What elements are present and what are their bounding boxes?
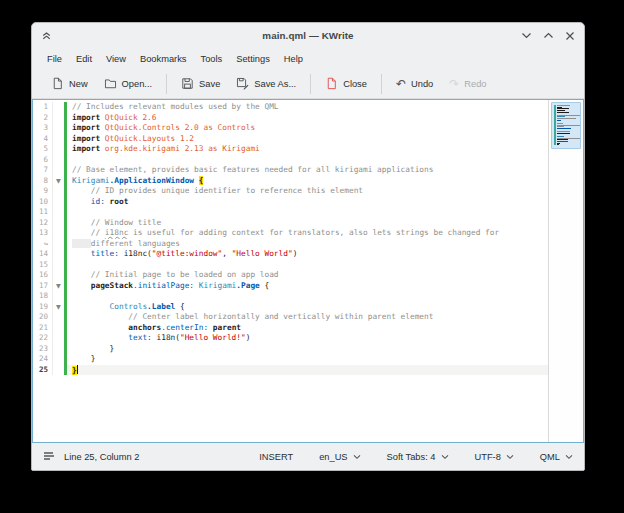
code-line[interactable]: 10 id: root [33, 197, 548, 208]
code-text: title: i18nc("@title:window", "Hello Wor… [67, 249, 548, 260]
close-window-button[interactable] [565, 31, 575, 41]
code-token: different languages [91, 239, 180, 248]
code-line[interactable]: 22 text: i18n("Hello World!") [33, 333, 548, 344]
menu-help[interactable]: Help [277, 51, 310, 67]
menu-tools[interactable]: Tools [194, 51, 230, 67]
code-line[interactable]: 5import org.kde.kirigami 2.13 as Kirigam… [33, 144, 548, 155]
fold-column [53, 113, 64, 124]
code-line[interactable]: 6 [33, 155, 548, 166]
code-line[interactable]: 24 } [33, 354, 548, 365]
dictionary-button[interactable]: en_US [319, 448, 360, 466]
code-line[interactable]: 15 [33, 260, 548, 271]
titlebar[interactable]: main.qml — KWrite [32, 23, 584, 48]
line-number: 19 [33, 302, 53, 313]
code-token: ) [246, 333, 251, 342]
code-token: i18nc [105, 228, 128, 237]
code-text [67, 291, 548, 302]
code-line[interactable]: 1// Includes relevant modules used by th… [33, 102, 548, 113]
fold-marker-icon[interactable]: ▼ [53, 302, 64, 313]
redo-icon: ↷ [449, 78, 459, 90]
menu-bookmarks[interactable]: Bookmarks [133, 51, 194, 67]
code-line[interactable]: 18 [33, 291, 548, 302]
new-button[interactable]: New [43, 73, 96, 94]
chevron-down-icon [353, 454, 361, 460]
code-line[interactable]: 23 } [33, 344, 548, 355]
code-line[interactable]: 2import QtQuick 2.6 [33, 113, 548, 124]
toolbar-button-label: Close [343, 79, 367, 89]
code-line[interactable]: 4import QtQuick.Layouts 1.2 [33, 134, 548, 145]
chevron-down-icon [441, 454, 449, 460]
insert-mode-button[interactable]: INSERT [259, 448, 293, 466]
code-text [67, 207, 548, 218]
statusbar-item-label: UTF-8 [475, 452, 501, 462]
code-line[interactable]: 8▼Kirigami.ApplicationWindow { [33, 176, 548, 187]
code-line[interactable]: 20 // Center label horizontally and vert… [33, 312, 548, 323]
encoding-button[interactable]: UTF-8 [475, 448, 514, 466]
line-wrap-indicator: ↪ [33, 239, 53, 250]
statusbar-item-label: en_US [319, 452, 347, 462]
open-button[interactable]: Open... [96, 73, 161, 94]
code-text: } [67, 344, 548, 355]
line-number: 25 [33, 365, 53, 376]
cursor-position-label[interactable]: Line 25, Column 2 [64, 452, 139, 462]
code-token: { [175, 302, 184, 311]
fold-column [53, 102, 64, 113]
save-as-button[interactable]: Save As... [228, 73, 304, 94]
line-number: 12 [33, 218, 53, 229]
line-number: 22 [33, 333, 53, 344]
code-text: anchors.centerIn: parent [67, 323, 548, 334]
line-number: 7 [33, 165, 53, 176]
save-button[interactable]: Save [173, 73, 228, 94]
code-token: org.kde.kirigami 2.13 as Kirigami [100, 144, 260, 153]
fold-column [53, 291, 64, 302]
statusbar-menu-icon[interactable] [43, 451, 55, 463]
menu-view[interactable]: View [99, 51, 133, 67]
text-edit-area[interactable]: 1// Includes relevant modules used by th… [33, 100, 548, 442]
maximize-button[interactable] [543, 31, 554, 40]
fold-column [53, 365, 64, 376]
code-text: } [67, 365, 548, 376]
menu-settings[interactable]: Settings [229, 51, 277, 67]
minimap-scrollbar[interactable] [548, 100, 583, 442]
code-text: import QtQuick.Controls 2.0 as Controls [67, 123, 548, 134]
code-line[interactable]: 9 // ID provides unique identifier to re… [33, 186, 548, 197]
code-line[interactable]: 25} [33, 365, 548, 376]
code-text: id: root [67, 197, 548, 208]
code-line[interactable]: 16 // Initial page to be loaded on app l… [33, 270, 548, 281]
redo-button[interactable]: ↷Redo [441, 74, 494, 94]
window-shade-icon[interactable] [41, 30, 52, 41]
fold-column [53, 228, 64, 239]
menu-edit[interactable]: Edit [69, 51, 99, 67]
fold-marker-icon[interactable]: ▼ [53, 176, 64, 187]
code-token: is useful for adding context for transla… [128, 228, 499, 237]
minimap-visible-region[interactable] [551, 102, 581, 149]
chevron-down-icon [506, 454, 514, 460]
code-line[interactable]: 3import QtQuick.Controls 2.0 as Controls [33, 123, 548, 134]
menu-file[interactable]: File [40, 51, 69, 67]
close-button[interactable]: Close [317, 73, 375, 94]
code-line[interactable]: 19▼ Controls.Label { [33, 302, 548, 313]
code-line[interactable]: 13 // i18nc is useful for adding context… [33, 228, 548, 239]
code-line[interactable]: 12 // Window title [33, 218, 548, 229]
open-folder-icon [104, 77, 117, 90]
tab-settings-button[interactable]: Soft Tabs: 4 [387, 448, 449, 466]
code-line[interactable]: 14 title: i18nc("@title:window", "Hello … [33, 249, 548, 260]
toolbar: NewOpen...SaveSave As...Close↶Undo↷Redo [32, 69, 584, 99]
code-line[interactable]: ↪ different languages [33, 239, 548, 250]
code-line[interactable]: 11 [33, 207, 548, 218]
minimap-code-preview [557, 105, 578, 148]
statusbar-item-label: QML [540, 452, 560, 462]
toolbar-separator [381, 74, 382, 94]
code-token: { [199, 176, 204, 185]
undo-button[interactable]: ↶Undo [388, 74, 441, 94]
code-line[interactable]: 7// Base element, provides basic feature… [33, 165, 548, 176]
code-text: // Base element, provides basic features… [67, 165, 548, 176]
minimize-button[interactable] [521, 31, 532, 40]
code-token: // Center label horizontally and vertica… [72, 312, 433, 321]
fold-marker-icon[interactable]: ▼ [53, 281, 64, 292]
line-number: 14 [33, 249, 53, 260]
syntax-mode-button[interactable]: QML [540, 448, 573, 466]
code-line[interactable]: 21 anchors.centerIn: parent [33, 323, 548, 334]
code-text: different languages [67, 239, 548, 250]
code-line[interactable]: 17▼ pageStack.initialPage: Kirigami.Page… [33, 281, 548, 292]
